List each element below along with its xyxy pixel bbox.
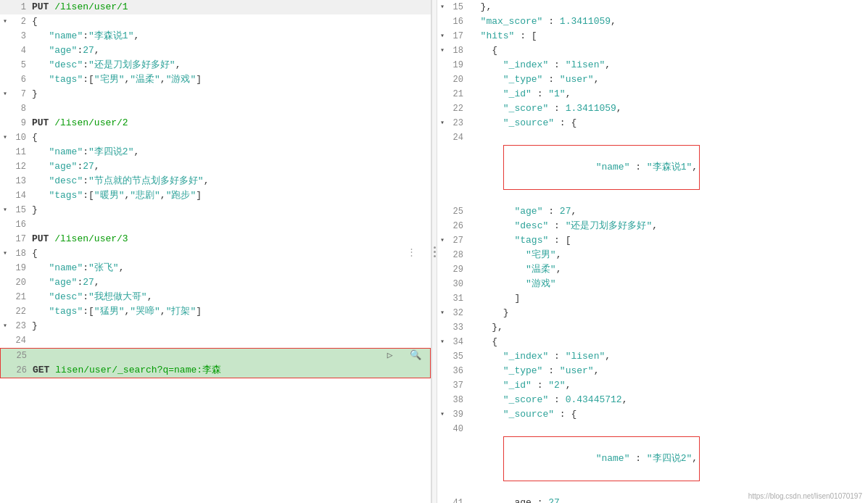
fold-11	[3, 145, 12, 159]
line-content-21: "desc":"我想做大哥",	[32, 290, 428, 304]
run-icons[interactable]: ▷ 🔍	[387, 349, 421, 363]
r-code-line-38: 38 "_score" : 0.43445712,	[437, 393, 868, 407]
r-line-num-24: 24	[449, 130, 469, 145]
r-line-content-33: },	[469, 320, 865, 335]
r-code-line-22: 22 "_score" : 1.3411059,	[437, 101, 868, 116]
code-line-23: ▾ 23 }	[0, 319, 431, 333]
fold-21	[3, 290, 12, 304]
r-line-content-17: "hits" : [	[469, 29, 865, 43]
r-line-num-37: 37	[449, 378, 469, 393]
fold-3	[3, 29, 12, 43]
r-line-num-36: 36	[449, 364, 469, 378]
r-line-num-21: 21	[449, 87, 469, 101]
r-code-line-31: 31 ]	[437, 291, 868, 306]
code-line-9: 9 PUT /lisen/user/2	[0, 116, 431, 130]
r-fold-23[interactable]: ▾	[440, 116, 449, 130]
r-line-num-27: 27	[449, 233, 469, 248]
line-num-9: 9	[12, 116, 32, 130]
r-line-num-41: 41	[449, 496, 469, 503]
r-line-num-25: 25	[449, 204, 469, 219]
r-fold-39[interactable]: ▾	[440, 407, 449, 422]
code-line-5: 5 "desc":"还是刀划多好多好",	[0, 58, 431, 72]
r-line-num-29: 29	[449, 262, 469, 277]
fold-10[interactable]: ▾	[3, 130, 12, 145]
r-fold-36	[440, 364, 449, 378]
code-line-11: 11 "name":"李四说2",	[0, 145, 431, 159]
r-line-num-35: 35	[449, 349, 469, 364]
line-content-10: {	[32, 130, 428, 145]
line-num-6: 6	[12, 72, 32, 87]
fold-4	[3, 43, 12, 58]
fold-12	[3, 159, 12, 174]
r-code-line-20: 20 "_type" : "user",	[437, 72, 868, 87]
code-line-20: 20 "age":27,	[0, 275, 431, 290]
r-fold-17[interactable]: ▾	[440, 29, 449, 43]
line-content-18: {	[32, 246, 407, 261]
r-fold-20	[440, 72, 449, 87]
line-content-25: ▷ 🔍	[33, 349, 427, 363]
r-fold-21	[440, 87, 449, 101]
r-code-line-16: 16 "max_score" : 1.3411059,	[437, 14, 868, 29]
r-fold-32[interactable]: ▾	[440, 306, 449, 320]
fold-23[interactable]: ▾	[3, 319, 12, 333]
r-fold-37	[440, 378, 449, 393]
code-line-21: 21 "desc":"我想做大哥",	[0, 290, 431, 304]
r-line-content-37: "_id" : "2",	[469, 378, 865, 393]
r-line-num-15: 15	[449, 0, 469, 14]
code-line-12: 12 "age":27,	[0, 159, 431, 174]
line-num-1: 1	[12, 0, 32, 14]
fold-2[interactable]: ▾	[3, 14, 12, 29]
line-num-4: 4	[12, 43, 32, 58]
r-fold-34[interactable]: ▾	[440, 335, 449, 349]
r-code-line-28: 28 "宅男",	[437, 248, 868, 262]
code-line-6: 6 "tags":["宅男","温柔","游戏"]	[0, 72, 431, 87]
r-line-num-31: 31	[449, 291, 469, 306]
line-content-3: "name":"李森说1",	[32, 29, 428, 43]
line-num-11: 11	[12, 145, 32, 159]
r-code-line-19: 19 "_index" : "lisen",	[437, 58, 868, 72]
line-num-16: 16	[12, 217, 32, 232]
r-fold-15[interactable]: ▾	[440, 0, 449, 14]
r-line-num-30: 30	[449, 277, 469, 291]
line-content-20: "age":27,	[32, 275, 428, 290]
fold-19	[3, 261, 12, 275]
code-line-16: 16	[0, 217, 431, 232]
line-num-7: 7	[12, 87, 32, 101]
r-fold-27[interactable]: ▾	[440, 233, 449, 248]
fold-26	[4, 363, 12, 378]
fold-5	[3, 58, 12, 72]
r-line-num-33: 33	[449, 320, 469, 335]
line-num-8: 8	[12, 101, 32, 116]
r-code-line-27: ▾ 27 "tags" : [	[437, 233, 868, 248]
fold-1[interactable]	[3, 0, 12, 14]
r-line-content-39: "_source" : {	[469, 407, 865, 422]
r-fold-18[interactable]: ▾	[440, 43, 449, 58]
r-code-line-36: 36 "_type" : "user",	[437, 364, 868, 378]
r-line-num-19: 19	[449, 58, 469, 72]
fold-22	[3, 304, 12, 319]
r-line-content-20: "_type" : "user",	[469, 72, 865, 87]
left-panel[interactable]: 1 PUT /lisen/user/1 ▾ 2 { 3 "name":"李森说1…	[0, 0, 431, 503]
fold-18[interactable]: ▾	[3, 246, 12, 261]
r-fold-40	[440, 422, 449, 436]
r-line-content-34: {	[469, 335, 865, 349]
line-num-21: 21	[12, 290, 32, 304]
line-content-23: }	[32, 319, 428, 333]
right-panel[interactable]: ▾ 15 }, 16 "max_score" : 1.3411059, ▾ 17…	[437, 0, 868, 503]
r-line-num-16: 16	[449, 14, 469, 29]
r-line-content-21: "_id" : "1",	[469, 87, 865, 101]
fold-7[interactable]: ▾	[3, 87, 12, 101]
line-content-15: }	[32, 203, 428, 217]
fold-15[interactable]: ▾	[3, 203, 12, 217]
code-line-19: 19 "name":"张飞",	[0, 261, 431, 275]
fold-16	[3, 217, 12, 232]
r-code-line-24: 24 "name" : "李森说1",	[437, 130, 868, 204]
line-num-10: 10	[12, 130, 32, 145]
line-content-14: "tags":["暖男","悲剧","跑步"]	[32, 188, 428, 203]
line-content-6: "tags":["宅男","温柔","游戏"]	[32, 72, 428, 87]
fold-20	[3, 275, 12, 290]
divider-dot-2	[434, 251, 436, 253]
r-line-content-22: "_score" : 1.3411059,	[469, 101, 865, 116]
line-content-26: GET lisen/user/_search?q=name:李森	[33, 363, 427, 378]
fold-13	[3, 174, 12, 188]
